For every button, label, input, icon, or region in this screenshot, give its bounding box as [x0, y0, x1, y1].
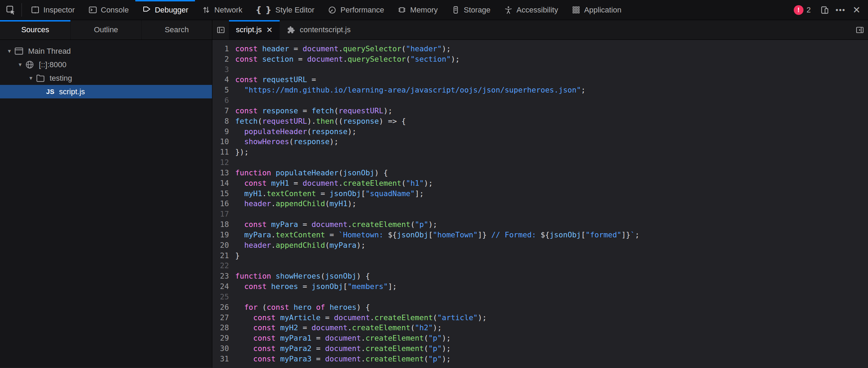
code-line[interactable]: const myPara = document.createElement("p…	[235, 219, 639, 230]
gutter-line-number[interactable]: 4	[212, 75, 229, 85]
tool-tab-accessibility[interactable]: Accessibility	[497, 0, 565, 20]
code-line[interactable]: const myPara3 = document.createElement("…	[235, 354, 639, 364]
gutter-line-number[interactable]: 5	[212, 85, 229, 95]
gutter-line-number[interactable]: 12	[212, 157, 229, 168]
tree-item-main-thread[interactable]: ▾Main Thread	[0, 44, 212, 58]
responsive-design-mode-button[interactable]	[817, 0, 833, 20]
code-line[interactable]: const header = document.querySelector("h…	[235, 44, 639, 54]
code-editor[interactable]: 1234567891011121314151617181920212223242…	[212, 40, 868, 368]
error-badge[interactable]: ! 2	[794, 5, 811, 15]
code-line[interactable]	[235, 64, 639, 75]
expand-right-pane-button[interactable]	[851, 20, 868, 40]
gutter-line-number[interactable]: 2	[212, 54, 229, 64]
gutter-line-number[interactable]: 6	[212, 95, 229, 106]
gutter-line-number[interactable]: 10	[212, 137, 229, 147]
gutter-line-number[interactable]: 22	[212, 261, 229, 271]
code-line[interactable]: fetch(requestURL).then((response) => {	[235, 116, 639, 126]
code-line[interactable]: function populateHeader(jsonObj) {	[235, 168, 639, 178]
close-devtools-button[interactable]: ✕	[849, 0, 865, 20]
tool-tab-label: Inspector	[43, 6, 75, 15]
gutter-line-number[interactable]: 26	[212, 302, 229, 313]
code-line[interactable]: populateHeader(response);	[235, 126, 639, 137]
folder-icon	[35, 73, 45, 83]
twisty-expanded-icon[interactable]: ▾	[26, 75, 35, 82]
code-line[interactable]: myPara.textContent = `Hometown: ${jsonOb…	[235, 230, 639, 240]
tool-tab-label: Style Editor	[275, 6, 315, 15]
gutter-line-number[interactable]: 29	[212, 333, 229, 343]
code-line[interactable]	[235, 209, 639, 219]
application-icon	[571, 5, 581, 15]
tool-tab-style-editor[interactable]: { }Style Editor	[249, 0, 321, 20]
code-line[interactable]: const myH2 = document.createElement("h2"…	[235, 323, 639, 333]
performance-icon	[327, 5, 337, 15]
tool-tab-inspector[interactable]: Inspector	[24, 0, 82, 20]
code-line[interactable]: myH1.textContent = jsonObj["squadName"];	[235, 189, 639, 199]
gutter-line-number[interactable]: 21	[212, 251, 229, 261]
tool-tab-debugger[interactable]: Debugger	[135, 0, 195, 20]
code-line[interactable]: header.appendChild(myPara);	[235, 240, 639, 251]
tool-tab-network[interactable]: Network	[195, 0, 249, 20]
code-line[interactable]: function showHeroes(jsonObj) {	[235, 271, 639, 281]
gutter-line-number[interactable]: 8	[212, 116, 229, 126]
tool-tab-application[interactable]: Application	[565, 0, 628, 20]
tool-tab-memory[interactable]: Memory	[391, 0, 444, 20]
code-line[interactable]: });	[235, 147, 639, 157]
code-line[interactable]: "https://mdn.github.io/learning-area/jav…	[235, 85, 639, 95]
sidebar-tab-outline[interactable]: Outline	[71, 20, 142, 40]
code-line[interactable]: for (const hero of heroes) {	[235, 302, 639, 313]
gutter-line-number[interactable]: 7	[212, 106, 229, 116]
gutter-line-number[interactable]: 28	[212, 323, 229, 333]
code-line[interactable]: showHeroes(response);	[235, 137, 639, 147]
gutter-line-number[interactable]: 24	[212, 281, 229, 292]
gutter-line-number[interactable]: 16	[212, 199, 229, 209]
console-icon	[88, 5, 97, 15]
editor-tab-contentscript-js[interactable]: contentscript.js	[280, 20, 358, 40]
code-line[interactable]: const section = document.querySelector("…	[235, 54, 639, 64]
tool-tab-performance[interactable]: Performance	[321, 0, 391, 20]
code-line[interactable]: const myH1 = document.createElement("h1"…	[235, 178, 639, 189]
code-line[interactable]	[235, 157, 639, 168]
gutter-line-number[interactable]: 20	[212, 240, 229, 251]
code-line[interactable]: const myPara1 = document.createElement("…	[235, 333, 639, 343]
sidebar-tab-search[interactable]: Search	[142, 20, 212, 40]
gutter-line-number[interactable]: 13	[212, 168, 229, 178]
gutter-line-number[interactable]: 1	[212, 44, 229, 54]
pick-element-button[interactable]	[0, 0, 22, 20]
tool-tab-console[interactable]: Console	[82, 0, 136, 20]
twisty-expanded-icon[interactable]: ▾	[16, 61, 25, 68]
gutter-line-number[interactable]: 11	[212, 147, 229, 157]
code-line[interactable]: }	[235, 251, 639, 261]
tool-tab-storage[interactable]: Storage	[444, 0, 497, 20]
gutter-line-number[interactable]: 15	[212, 189, 229, 199]
gutter-line-number[interactable]: 3	[212, 64, 229, 75]
sidebar-tab-sources[interactable]: Sources	[0, 20, 71, 40]
code-line[interactable]: const myArticle = document.createElement…	[235, 313, 639, 323]
gutter-line-number[interactable]: 31	[212, 354, 229, 364]
gutter-line-number[interactable]: 17	[212, 209, 229, 219]
gutter-line-number[interactable]: 19	[212, 230, 229, 240]
tree-item-testing[interactable]: ▾testing	[0, 71, 212, 85]
code-line[interactable]	[235, 95, 639, 106]
tool-tab-label: Accessibility	[517, 6, 558, 15]
gutter-line-number[interactable]: 27	[212, 313, 229, 323]
code-line[interactable]: const response = fetch(requestURL);	[235, 106, 639, 116]
code-line[interactable]: header.appendChild(myH1);	[235, 199, 639, 209]
close-tab-icon[interactable]: ✕	[266, 26, 273, 34]
tree-item-script-js[interactable]: JSscript.js	[0, 85, 212, 98]
gutter-line-number[interactable]: 14	[212, 178, 229, 189]
gutter-line-number[interactable]: 25	[212, 292, 229, 302]
gutter-line-number[interactable]: 30	[212, 343, 229, 354]
collapse-sidebar-button[interactable]	[212, 20, 229, 40]
code-line[interactable]: const myPara2 = document.createElement("…	[235, 343, 639, 354]
meatballs-menu-button[interactable]: •••	[833, 0, 849, 20]
gutter-line-number[interactable]: 18	[212, 219, 229, 230]
code-line[interactable]: const requestURL =	[235, 75, 639, 85]
gutter-line-number[interactable]: 9	[212, 126, 229, 137]
tree-item--8000[interactable]: ▾[::]:8000	[0, 58, 212, 71]
code-line[interactable]	[235, 292, 639, 302]
code-line[interactable]	[235, 261, 639, 271]
twisty-expanded-icon[interactable]: ▾	[5, 47, 14, 55]
gutter-line-number[interactable]: 23	[212, 271, 229, 281]
code-line[interactable]: const heroes = jsonObj["members"];	[235, 281, 639, 292]
editor-tab-script-js[interactable]: script.js ✕	[229, 20, 280, 40]
